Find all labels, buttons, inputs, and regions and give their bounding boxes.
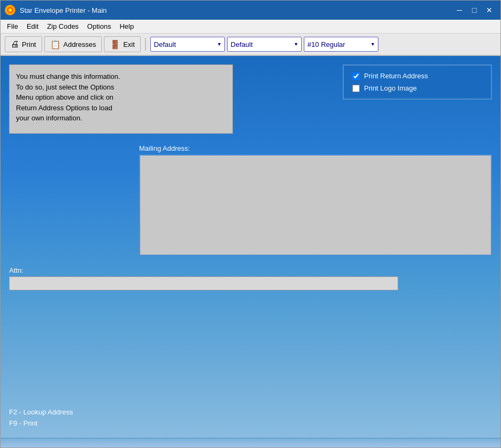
dropdown1-wrapper: Default — [150, 37, 225, 52]
menu-help[interactable]: Help — [115, 21, 138, 31]
print-return-address-row[interactable]: Print Return Address — [352, 72, 482, 80]
status-bar — [1, 438, 500, 447]
print-logo-image-row[interactable]: Print Logo Image — [352, 84, 482, 92]
f9-shortcut: F9 - Print — [9, 418, 492, 429]
print-icon: 🖨 — [11, 39, 19, 49]
info-box: You must change this information. To do … — [9, 64, 233, 134]
options-panel: Print Return Address Print Logo Image — [343, 64, 492, 100]
exit-icon: 🚪 — [110, 39, 120, 50]
info-line3: Menu option above and click on — [16, 93, 114, 101]
print-return-address-label: Print Return Address — [364, 72, 428, 80]
menu-options[interactable]: Options — [83, 21, 116, 31]
app-icon — [5, 5, 15, 15]
info-line1: You must change this information. — [16, 72, 120, 80]
top-row: You must change this information. To do … — [9, 64, 492, 134]
window-title: Star Envelope Printer - Main — [20, 6, 107, 14]
print-logo-image-label: Print Logo Image — [364, 84, 417, 92]
minimize-button[interactable]: ─ — [452, 4, 466, 16]
info-line2: To do so, just select the Options — [16, 83, 114, 91]
exit-button[interactable]: 🚪 Exit — [104, 36, 141, 52]
attn-label: Attn: — [9, 266, 492, 274]
menu-zip-codes[interactable]: Zip Codes — [43, 21, 83, 31]
dropdown3-wrapper: #10 Regular — [304, 37, 378, 52]
f2-shortcut: F2 - Lookup Address — [9, 407, 492, 418]
print-label: Print — [22, 40, 36, 48]
window-controls: ─ □ ✕ — [452, 4, 496, 16]
attn-section: Attn: — [9, 266, 492, 290]
mailing-section: Mailing Address: — [9, 144, 492, 256]
menu-edit[interactable]: Edit — [22, 21, 43, 31]
print-logo-image-checkbox[interactable] — [352, 85, 360, 92]
print-button[interactable]: 🖨 Print — [5, 36, 42, 52]
mailing-address-label: Mailing Address: — [9, 144, 492, 152]
addresses-icon: 📋 — [50, 39, 61, 50]
toolbar: 🖨 Print 📋 Addresses 🚪 Exit Default Defau… — [1, 34, 500, 56]
mailing-address-textarea[interactable] — [139, 154, 492, 256]
addresses-button[interactable]: 📋 Addresses — [44, 36, 102, 52]
toolbar-separator — [145, 38, 146, 51]
exit-label: Exit — [123, 40, 135, 48]
options-box: Print Return Address Print Logo Image — [241, 64, 492, 100]
dropdown3-select[interactable]: #10 Regular — [304, 37, 378, 52]
dropdown2-select[interactable]: Default — [227, 37, 302, 52]
info-line4: Return Address Options to load — [16, 104, 112, 112]
print-return-address-checkbox[interactable] — [352, 72, 360, 80]
svg-point-2 — [9, 9, 12, 12]
title-bar-left: Star Envelope Printer - Main — [5, 5, 107, 15]
shortcuts: F2 - Lookup Address F9 - Print — [9, 403, 492, 429]
attn-input[interactable] — [9, 276, 398, 290]
title-bar: Star Envelope Printer - Main ─ □ ✕ — [1, 1, 500, 20]
dropdown2-wrapper: Default — [227, 37, 302, 52]
maximize-button[interactable]: □ — [467, 4, 481, 16]
main-window: Star Envelope Printer - Main ─ □ ✕ File … — [0, 0, 501, 448]
main-content: You must change this information. To do … — [1, 56, 500, 438]
menu-bar: File Edit Zip Codes Options Help — [1, 20, 500, 34]
info-line5: your own information. — [16, 114, 82, 122]
menu-file[interactable]: File — [3, 21, 22, 31]
dropdown1-select[interactable]: Default — [150, 37, 225, 52]
addresses-label: Addresses — [63, 40, 96, 48]
close-button[interactable]: ✕ — [482, 4, 496, 16]
